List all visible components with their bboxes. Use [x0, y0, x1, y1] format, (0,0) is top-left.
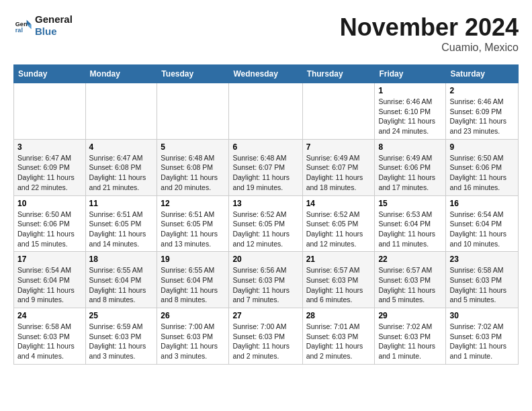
calendar-week-5: 24Sunrise: 6:58 AMSunset: 6:03 PMDayligh…: [14, 308, 519, 365]
day-number: 8: [378, 142, 442, 152]
calendar-cell: [229, 83, 302, 140]
calendar-cell: 4Sunrise: 6:47 AMSunset: 6:08 PMDaylight…: [85, 139, 157, 195]
header-sunday: Sunday: [14, 65, 86, 83]
day-info: Sunrise: 6:53 AMSunset: 6:04 PMDaylight:…: [378, 210, 442, 249]
calendar-cell: 16Sunrise: 6:54 AMSunset: 6:04 PMDayligh…: [446, 195, 519, 252]
calendar-cell: 10Sunrise: 6:50 AMSunset: 6:06 PMDayligh…: [14, 195, 86, 252]
calendar-cell: 22Sunrise: 6:57 AMSunset: 6:03 PMDayligh…: [375, 252, 446, 308]
day-info: Sunrise: 7:02 AMSunset: 6:03 PMDaylight:…: [449, 322, 515, 361]
day-number: 27: [232, 311, 298, 320]
calendar-cell: 24Sunrise: 6:58 AMSunset: 6:03 PMDayligh…: [14, 308, 86, 365]
day-info: Sunrise: 6:46 AMSunset: 6:09 PMDaylight:…: [449, 97, 515, 136]
calendar-cell: 7Sunrise: 6:49 AMSunset: 6:07 PMDaylight…: [302, 139, 375, 195]
header-monday: Monday: [85, 65, 157, 83]
calendar-week-4: 17Sunrise: 6:54 AMSunset: 6:04 PMDayligh…: [14, 252, 519, 308]
logo-line2: Blue: [35, 26, 73, 38]
day-number: 19: [161, 255, 225, 264]
day-number: 29: [378, 311, 442, 320]
day-info: Sunrise: 6:54 AMSunset: 6:04 PMDaylight:…: [17, 265, 82, 305]
day-info: Sunrise: 7:01 AMSunset: 6:03 PMDaylight:…: [306, 322, 371, 361]
calendar-cell: [302, 83, 375, 140]
day-info: Sunrise: 6:51 AMSunset: 6:05 PMDaylight:…: [161, 210, 225, 249]
calendar-cell: [14, 83, 86, 140]
calendar-cell: 17Sunrise: 6:54 AMSunset: 6:04 PMDayligh…: [14, 252, 86, 308]
calendar-cell: 8Sunrise: 6:49 AMSunset: 6:06 PMDaylight…: [375, 139, 446, 195]
day-info: Sunrise: 6:46 AMSunset: 6:10 PMDaylight:…: [378, 97, 442, 136]
calendar-table: SundayMondayTuesdayWednesdayThursdayFrid…: [13, 64, 519, 365]
day-number: 9: [449, 142, 515, 152]
header-tuesday: Tuesday: [157, 65, 229, 83]
calendar-cell: 3Sunrise: 6:47 AMSunset: 6:09 PMDaylight…: [14, 139, 86, 195]
calendar-cell: 27Sunrise: 7:00 AMSunset: 6:03 PMDayligh…: [229, 308, 302, 365]
calendar-header-row: SundayMondayTuesdayWednesdayThursdayFrid…: [14, 65, 519, 83]
day-info: Sunrise: 6:55 AMSunset: 6:04 PMDaylight:…: [89, 265, 154, 305]
calendar-title: November 2024: [340, 13, 519, 42]
day-number: 1: [378, 86, 442, 95]
day-info: Sunrise: 6:51 AMSunset: 6:05 PMDaylight:…: [89, 210, 154, 249]
day-number: 26: [161, 311, 225, 320]
day-number: 25: [89, 311, 154, 320]
calendar-cell: 25Sunrise: 6:59 AMSunset: 6:03 PMDayligh…: [85, 308, 157, 365]
calendar-cell: 26Sunrise: 7:00 AMSunset: 6:03 PMDayligh…: [157, 308, 229, 365]
day-number: 20: [232, 255, 298, 264]
logo-line1: General: [35, 13, 73, 26]
page-header: Gene ral General Blue November 2024 Cuam…: [13, 13, 519, 54]
day-number: 11: [89, 199, 154, 208]
header-saturday: Saturday: [446, 65, 519, 83]
calendar-cell: 9Sunrise: 6:50 AMSunset: 6:06 PMDaylight…: [446, 139, 519, 195]
day-info: Sunrise: 7:00 AMSunset: 6:03 PMDaylight:…: [232, 322, 298, 361]
day-info: Sunrise: 6:57 AMSunset: 6:03 PMDaylight:…: [378, 265, 442, 305]
day-number: 13: [232, 199, 298, 208]
calendar-cell: 29Sunrise: 7:02 AMSunset: 6:03 PMDayligh…: [375, 308, 446, 365]
calendar-cell: 28Sunrise: 7:01 AMSunset: 6:03 PMDayligh…: [302, 308, 375, 365]
day-number: 10: [17, 199, 82, 208]
calendar-week-3: 10Sunrise: 6:50 AMSunset: 6:06 PMDayligh…: [14, 195, 519, 252]
calendar-cell: 5Sunrise: 6:48 AMSunset: 6:08 PMDaylight…: [157, 139, 229, 195]
calendar-cell: 21Sunrise: 6:57 AMSunset: 6:03 PMDayligh…: [302, 252, 375, 308]
day-info: Sunrise: 6:52 AMSunset: 6:05 PMDaylight:…: [306, 210, 371, 249]
logo: Gene ral General Blue: [13, 13, 73, 38]
calendar-cell: 15Sunrise: 6:53 AMSunset: 6:04 PMDayligh…: [375, 195, 446, 252]
calendar-cell: 11Sunrise: 6:51 AMSunset: 6:05 PMDayligh…: [85, 195, 157, 252]
title-block: November 2024 Cuamio, Mexico: [340, 13, 519, 54]
day-number: 2: [449, 86, 515, 95]
calendar-cell: 12Sunrise: 6:51 AMSunset: 6:05 PMDayligh…: [157, 195, 229, 252]
day-number: 4: [89, 142, 154, 152]
day-info: Sunrise: 6:54 AMSunset: 6:04 PMDaylight:…: [449, 210, 515, 249]
day-number: 17: [17, 255, 82, 264]
day-info: Sunrise: 6:58 AMSunset: 6:03 PMDaylight:…: [449, 265, 515, 305]
day-info: Sunrise: 7:02 AMSunset: 6:03 PMDaylight:…: [378, 322, 442, 361]
header-thursday: Thursday: [302, 65, 375, 83]
day-number: 15: [378, 199, 442, 208]
day-info: Sunrise: 7:00 AMSunset: 6:03 PMDaylight:…: [161, 322, 225, 361]
day-number: 16: [449, 199, 515, 208]
day-number: 24: [17, 311, 82, 320]
day-number: 3: [17, 142, 82, 152]
logo-icon: Gene ral: [13, 16, 32, 35]
calendar-cell: 13Sunrise: 6:52 AMSunset: 6:05 PMDayligh…: [229, 195, 302, 252]
day-info: Sunrise: 6:48 AMSunset: 6:07 PMDaylight:…: [232, 153, 298, 193]
day-info: Sunrise: 6:56 AMSunset: 6:03 PMDaylight:…: [232, 265, 298, 305]
day-info: Sunrise: 6:50 AMSunset: 6:06 PMDaylight:…: [449, 153, 515, 193]
day-number: 22: [378, 255, 442, 264]
calendar-cell: [85, 83, 157, 140]
calendar-week-1: 1Sunrise: 6:46 AMSunset: 6:10 PMDaylight…: [14, 83, 519, 140]
calendar-subtitle: Cuamio, Mexico: [340, 42, 519, 54]
day-number: 18: [89, 255, 154, 264]
calendar-cell: 18Sunrise: 6:55 AMSunset: 6:04 PMDayligh…: [85, 252, 157, 308]
day-number: 23: [449, 255, 515, 264]
day-info: Sunrise: 6:49 AMSunset: 6:06 PMDaylight:…: [378, 153, 442, 193]
day-number: 21: [306, 255, 371, 264]
day-info: Sunrise: 6:49 AMSunset: 6:07 PMDaylight:…: [306, 153, 371, 193]
calendar-cell: 30Sunrise: 7:02 AMSunset: 6:03 PMDayligh…: [446, 308, 519, 365]
calendar-cell: 20Sunrise: 6:56 AMSunset: 6:03 PMDayligh…: [229, 252, 302, 308]
calendar-cell: 14Sunrise: 6:52 AMSunset: 6:05 PMDayligh…: [302, 195, 375, 252]
day-info: Sunrise: 6:47 AMSunset: 6:08 PMDaylight:…: [89, 153, 154, 193]
header-wednesday: Wednesday: [229, 65, 302, 83]
calendar-cell: 1Sunrise: 6:46 AMSunset: 6:10 PMDaylight…: [375, 83, 446, 140]
day-number: 5: [161, 142, 225, 152]
svg-text:ral: ral: [15, 27, 23, 34]
day-info: Sunrise: 6:59 AMSunset: 6:03 PMDaylight:…: [89, 322, 154, 361]
day-number: 30: [449, 311, 515, 320]
day-number: 14: [306, 199, 371, 208]
